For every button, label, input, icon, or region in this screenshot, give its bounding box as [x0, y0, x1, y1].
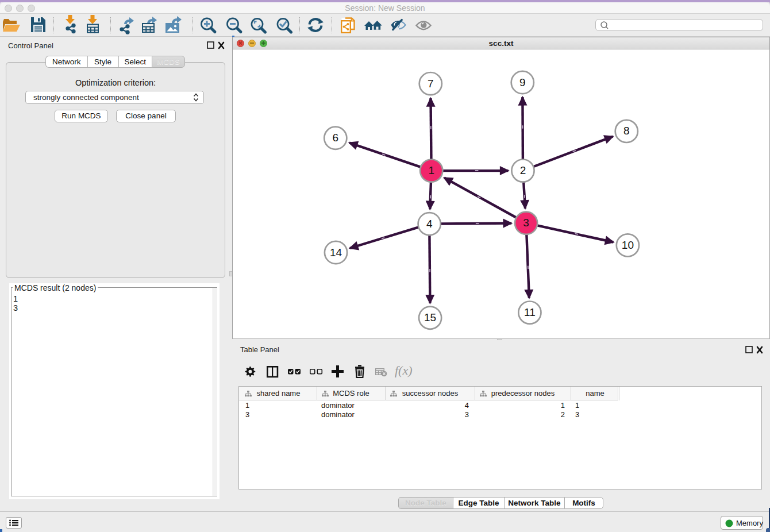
svg-text:15: 15 [424, 311, 436, 323]
svg-text:7: 7 [428, 78, 434, 90]
svg-text:3: 3 [523, 217, 529, 229]
svg-text:8: 8 [623, 125, 630, 137]
svg-text:14: 14 [330, 246, 342, 259]
svg-text:10: 10 [622, 239, 634, 251]
svg-text:9: 9 [519, 76, 526, 88]
svg-text:6: 6 [333, 132, 339, 144]
svg-text:11: 11 [524, 306, 536, 318]
svg-text:f(x): f(x) [395, 363, 413, 377]
svg-text:2: 2 [520, 164, 526, 176]
svg-text:4: 4 [426, 218, 433, 230]
svg-text:1: 1 [428, 164, 434, 176]
